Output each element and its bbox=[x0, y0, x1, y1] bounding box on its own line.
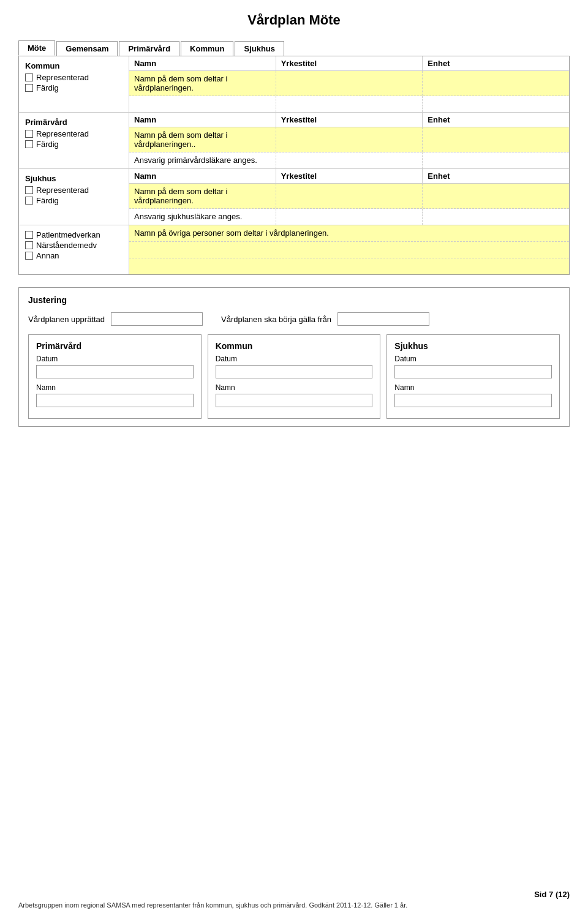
checkbox-icon-fardig-primarvard[interactable] bbox=[25, 140, 33, 148]
checkbox-icon-narstaendemedv[interactable] bbox=[25, 241, 33, 249]
col-header-namn-2: Namn bbox=[129, 113, 276, 127]
tab-row: Möte Gemensam Primärvård Kommun Sjukhus bbox=[18, 40, 570, 56]
checkbox-icon-annan[interactable] bbox=[25, 252, 33, 260]
other-row-1: Namn på övriga personer som deltar i vår… bbox=[129, 225, 569, 242]
checkbox-icon-representerad-kommun[interactable] bbox=[25, 73, 33, 81]
data-namn-kommun-1: Namn på dem som deltar i vårdplaneringen… bbox=[129, 71, 276, 96]
col-header-enhet-3: Enhet bbox=[423, 169, 569, 183]
checkbox-representerad-kommun: Representerad bbox=[25, 73, 123, 82]
data-namn-sjukhus-2: Ansvarig sjukhusläkare anges. bbox=[129, 209, 276, 225]
left-col-other: Patientmedverkan Närståendemedv Annan bbox=[19, 225, 129, 274]
other-row-3 bbox=[129, 258, 569, 274]
page-wrapper: Vårdplan Möte Möte Gemensam Primärvård K… bbox=[0, 0, 588, 921]
left-col-primarvard: Primärvård Representerad Färdig bbox=[19, 113, 129, 168]
checkbox-fardig-kommun: Färdig bbox=[25, 83, 123, 92]
borja-label: Vårdplanen ska börja gälla från bbox=[221, 315, 331, 324]
sig-datum-input-kommun[interactable] bbox=[216, 365, 373, 378]
data-enhet-kommun-2 bbox=[423, 96, 569, 112]
footer-page: Sid 7 (12) bbox=[18, 890, 570, 899]
right-col-kommun: Namn Yrkestitel Enhet Namn på dem som de… bbox=[129, 56, 569, 112]
left-col-kommun: Kommun Representerad Färdig bbox=[19, 56, 129, 112]
borja-input[interactable] bbox=[337, 312, 429, 326]
justering-title: Justering bbox=[28, 295, 560, 305]
tab-gemensam[interactable]: Gemensam bbox=[56, 41, 118, 56]
data-row-sjukhus-2: Ansvarig sjukhusläkare anges. bbox=[129, 209, 569, 225]
sig-title-primarvard: Primärvård bbox=[36, 341, 194, 351]
data-enhet-primarvard-1 bbox=[423, 127, 569, 152]
data-enhet-sjukhus-2 bbox=[423, 209, 569, 225]
other-col-3 bbox=[129, 258, 569, 274]
col-header-yrke-1: Yrkestitel bbox=[276, 56, 423, 70]
section-title-sjukhus: Sjukhus bbox=[25, 174, 123, 183]
checkbox-annan: Annan bbox=[25, 251, 123, 260]
checkbox-icon-fardig-sjukhus[interactable] bbox=[25, 197, 33, 205]
col-header-enhet-1: Enhet bbox=[423, 56, 569, 70]
upprattad-input[interactable] bbox=[111, 312, 203, 326]
section-sjukhus: Sjukhus Representerad Färdig Namn Yrkest… bbox=[19, 169, 569, 225]
section-other: Patientmedverkan Närståendemedv Annan Na… bbox=[19, 225, 569, 274]
checkbox-fardig-primarvard: Färdig bbox=[25, 140, 123, 149]
col-header-yrke-3: Yrkestitel bbox=[276, 169, 423, 183]
data-yrke-kommun-2 bbox=[276, 96, 423, 112]
data-yrke-primarvard-1 bbox=[276, 127, 423, 152]
data-row-kommun-1: Namn på dem som deltar i vårdplaneringen… bbox=[129, 71, 569, 96]
sig-col-sjukhus: Sjukhus Datum Namn bbox=[386, 334, 560, 419]
data-yrke-kommun-1 bbox=[276, 71, 423, 96]
section-title-kommun: Kommun bbox=[25, 61, 123, 70]
tab-sjukhus[interactable]: Sjukhus bbox=[235, 41, 284, 56]
sig-namn-label-kommun: Namn bbox=[216, 383, 373, 392]
checkbox-narstaendemedv: Närståendemedv bbox=[25, 241, 123, 250]
right-header-primarvard: Namn Yrkestitel Enhet bbox=[129, 113, 569, 127]
upprattad-label: Vårdplanen upprättad bbox=[28, 315, 105, 324]
col-header-enhet-2: Enhet bbox=[423, 113, 569, 127]
data-yrke-sjukhus-2 bbox=[276, 209, 423, 225]
data-enhet-sjukhus-1 bbox=[423, 184, 569, 208]
checkbox-icon-representerad-sjukhus[interactable] bbox=[25, 186, 33, 194]
data-row-sjukhus-1: Namn på dem som deltar i vårdplaneringen… bbox=[129, 184, 569, 209]
sig-title-sjukhus: Sjukhus bbox=[394, 341, 552, 351]
right-col-primarvard: Namn Yrkestitel Enhet Namn på dem som de… bbox=[129, 113, 569, 168]
tab-primarvard[interactable]: Primärvård bbox=[119, 41, 179, 56]
sig-col-primarvard: Primärvård Datum Namn bbox=[28, 334, 202, 419]
footer: Sid 7 (12) Arbetsgruppen inom regional S… bbox=[18, 890, 570, 909]
justering-section: Justering Vårdplanen upprättad Vårdplane… bbox=[18, 287, 570, 427]
sig-namn-label-primarvard: Namn bbox=[36, 383, 194, 392]
checkbox-representerad-sjukhus: Representerad bbox=[25, 186, 123, 195]
section-primarvard: Primärvård Representerad Färdig Namn Yrk… bbox=[19, 113, 569, 169]
data-row-primarvard-2: Ansvarig primärvårdsläkare anges. bbox=[129, 152, 569, 168]
justering-upprattad-row: Vårdplanen upprättad Vårdplanen ska börj… bbox=[28, 312, 560, 326]
col-header-yrke-2: Yrkestitel bbox=[276, 113, 423, 127]
sig-namn-label-sjukhus: Namn bbox=[394, 383, 552, 392]
sig-namn-input-sjukhus[interactable] bbox=[394, 394, 552, 407]
data-yrke-sjukhus-1 bbox=[276, 184, 423, 208]
other-col-2 bbox=[129, 242, 569, 258]
sig-datum-input-primarvard[interactable] bbox=[36, 365, 194, 378]
other-col-1: Namn på övriga personer som deltar i vår… bbox=[129, 225, 569, 241]
section-kommun: Kommun Representerad Färdig Namn Yrkesti… bbox=[19, 56, 569, 113]
checkbox-fardig-sjukhus: Färdig bbox=[25, 196, 123, 205]
right-col-other: Namn på övriga personer som deltar i vår… bbox=[129, 225, 569, 274]
sig-datum-input-sjukhus[interactable] bbox=[394, 365, 552, 378]
data-namn-primarvard-1: Namn på dem som deltar i vårdplaneringen… bbox=[129, 127, 276, 152]
sig-datum-label-kommun: Datum bbox=[216, 355, 373, 363]
checkbox-icon-patientmedverkan[interactable] bbox=[25, 231, 33, 239]
data-enhet-primarvard-2 bbox=[423, 152, 569, 168]
checkbox-icon-representerad-primarvard[interactable] bbox=[25, 130, 33, 138]
sig-datum-label-sjukhus: Datum bbox=[394, 355, 552, 363]
right-col-sjukhus: Namn Yrkestitel Enhet Namn på dem som de… bbox=[129, 169, 569, 225]
data-enhet-kommun-1 bbox=[423, 71, 569, 96]
sig-namn-input-kommun[interactable] bbox=[216, 394, 373, 407]
data-yrke-primarvard-2 bbox=[276, 152, 423, 168]
data-namn-kommun-2 bbox=[129, 96, 276, 112]
tab-mote[interactable]: Möte bbox=[18, 40, 55, 56]
sig-title-kommun: Kommun bbox=[216, 341, 373, 351]
sig-col-kommun: Kommun Datum Namn bbox=[208, 334, 381, 419]
sig-row: Primärvård Datum Namn Kommun Datum Namn … bbox=[28, 334, 560, 419]
col-header-namn-3: Namn bbox=[129, 169, 276, 183]
other-row-2 bbox=[129, 242, 569, 258]
footer-text: Arbetsgruppen inom regional SAMSA med re… bbox=[18, 901, 570, 909]
checkbox-icon-fardig-kommun[interactable] bbox=[25, 84, 33, 92]
col-header-namn-1: Namn bbox=[129, 56, 276, 70]
tab-kommun[interactable]: Kommun bbox=[181, 41, 233, 56]
sig-namn-input-primarvard[interactable] bbox=[36, 394, 194, 407]
